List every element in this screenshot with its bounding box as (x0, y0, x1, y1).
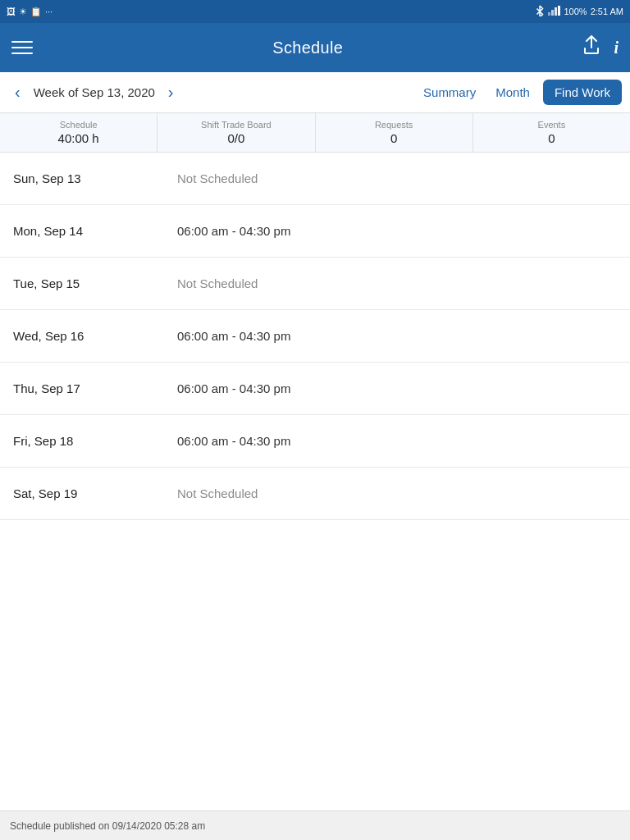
status-left-icons: 🖼 ☀ 📋 ··· (7, 7, 52, 17)
header-actions: i (582, 35, 619, 60)
week-nav-right: Summary Month Find Work (417, 80, 622, 105)
next-week-button[interactable]: › (162, 80, 180, 105)
stat-value-3: 0 (548, 131, 555, 145)
share-button[interactable] (582, 35, 600, 60)
schedule-row[interactable]: Tue, Sep 15 Not Scheduled (0, 258, 630, 310)
footer-text: Schedule published on 09/14/2020 05:28 a… (10, 820, 205, 832)
day-status-5: 06:00 am - 04:30 pm (177, 434, 290, 448)
brightness-icon: ☀ (19, 7, 27, 17)
day-status-1: 06:00 am - 04:30 pm (177, 224, 290, 238)
app-header: Schedule i (0, 23, 630, 72)
status-right-icons: 100% 2:51 AM (535, 5, 624, 18)
day-status-6: Not Scheduled (177, 486, 258, 500)
stat-value-2: 0 (390, 131, 397, 145)
day-label-0: Sun, Sep 13 (13, 171, 177, 185)
schedule-row[interactable]: Thu, Sep 17 06:00 am - 04:30 pm (0, 363, 630, 415)
svg-rect-0 (548, 12, 550, 16)
day-status-4: 06:00 am - 04:30 pm (177, 381, 290, 395)
schedule-row[interactable]: Sun, Sep 13 Not Scheduled (0, 153, 630, 205)
svg-rect-3 (558, 6, 560, 16)
page-title: Schedule (272, 39, 343, 57)
summary-button[interactable]: Summary (417, 82, 482, 103)
find-work-button[interactable]: Find Work (543, 80, 622, 105)
stat-label-0: Schedule (60, 120, 98, 130)
prev-week-button[interactable]: ‹ (8, 80, 27, 105)
stat-cell-0: Schedule 40:00 h (0, 113, 158, 152)
more-icon: ··· (45, 7, 52, 16)
week-label: Week of Sep 13, 2020 (34, 85, 155, 99)
schedule-row[interactable]: Fri, Sep 18 06:00 am - 04:30 pm (0, 415, 630, 468)
signal-icon (548, 6, 561, 17)
day-label-3: Wed, Sep 16 (13, 329, 177, 343)
day-status-0: Not Scheduled (177, 171, 258, 185)
time-display: 2:51 AM (591, 7, 623, 16)
day-status-2: Not Scheduled (177, 276, 258, 290)
month-button[interactable]: Month (489, 82, 536, 103)
stat-cell-2: Requests 0 (316, 113, 473, 152)
day-label-4: Thu, Sep 17 (13, 381, 177, 395)
battery-status: 100% (564, 7, 587, 16)
stat-label-2: Requests (375, 120, 413, 130)
day-label-5: Fri, Sep 18 (13, 434, 177, 448)
info-button[interactable]: i (614, 39, 619, 57)
svg-rect-1 (551, 10, 554, 16)
stat-label-1: Shift Trade Board (201, 120, 272, 130)
stat-cell-1: Shift Trade Board 0/0 (158, 113, 315, 152)
stat-cell-3: Events 0 (473, 113, 630, 152)
day-label-1: Mon, Sep 14 (13, 224, 177, 238)
schedule-row[interactable]: Mon, Sep 14 06:00 am - 04:30 pm (0, 205, 630, 258)
day-label-2: Tue, Sep 15 (13, 276, 177, 290)
svg-rect-2 (555, 7, 557, 16)
week-nav-left: ‹ Week of Sep 13, 2020 › (8, 80, 417, 105)
clipboard-icon: 📋 (30, 7, 42, 17)
stat-label-3: Events (538, 120, 566, 130)
schedule-row[interactable]: Sat, Sep 19 Not Scheduled (0, 468, 630, 520)
stat-value-1: 0/0 (227, 131, 244, 145)
status-bar: 🖼 ☀ 📋 ··· 100% 2:51 AM (0, 0, 630, 23)
day-label-6: Sat, Sep 19 (13, 486, 177, 500)
stat-value-0: 40:00 h (58, 131, 99, 145)
stats-row: Schedule 40:00 h Shift Trade Board 0/0 R… (0, 113, 630, 153)
photo-icon: 🖼 (7, 7, 16, 16)
footer: Schedule published on 09/14/2020 05:28 a… (0, 810, 630, 840)
schedule-list: Sun, Sep 13 Not Scheduled Mon, Sep 14 06… (0, 153, 630, 520)
bluetooth-icon (535, 5, 545, 18)
schedule-row[interactable]: Wed, Sep 16 06:00 am - 04:30 pm (0, 310, 630, 363)
menu-button[interactable] (11, 41, 33, 54)
day-status-3: 06:00 am - 04:30 pm (177, 329, 290, 343)
week-navigation: ‹ Week of Sep 13, 2020 › Summary Month F… (0, 72, 630, 113)
